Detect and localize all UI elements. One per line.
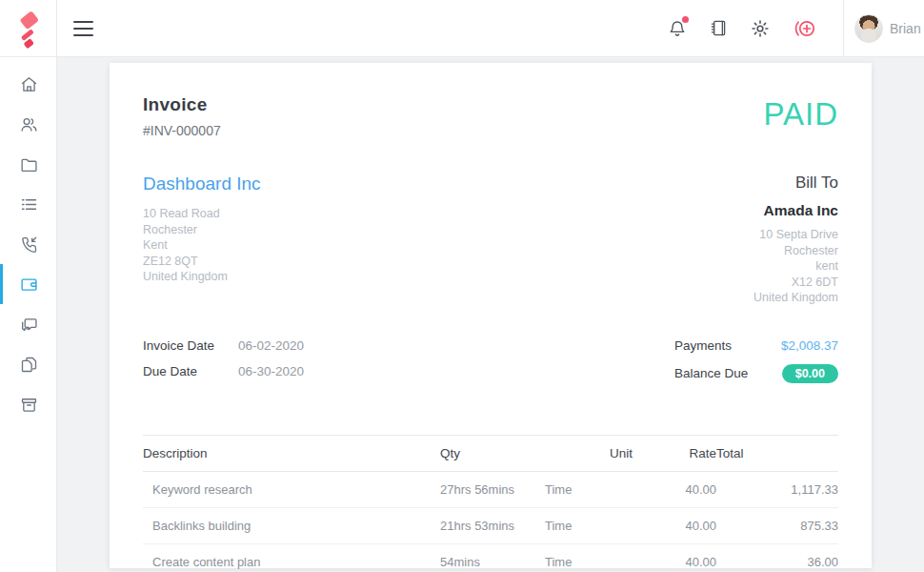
balance-due-label: Balance Due (674, 366, 748, 380)
notifications-bell-icon[interactable] (665, 16, 690, 41)
notification-dot (682, 16, 689, 23)
table-header-row: DescriptionQtyUnitRateTotal (143, 436, 838, 472)
totals-block: Payments $2,008.37 Balance Due $0.00 (674, 338, 838, 396)
contacts-book-icon[interactable] (707, 16, 731, 40)
wallet-icon (19, 275, 39, 295)
payments-value: $2,008.37 (781, 338, 838, 353)
contacts-icon (19, 114, 39, 134)
sidebar-nav (0, 57, 57, 572)
brand-logo-icon (8, 8, 48, 48)
cell-total: 36.00 (716, 544, 838, 572)
user-profile[interactable]: Brian (843, 0, 924, 57)
table-row: Backlinks building 21hrs 53mins Time 40.… (143, 508, 838, 544)
table-row: Create content plan 54mins Time 40.00 36… (143, 544, 838, 572)
chat-icon (19, 315, 39, 335)
invoice-title: Invoice (143, 94, 221, 115)
dates-block: Invoice Date 06-02-2020 Due Date 06-30-2… (143, 338, 304, 396)
home-icon (19, 74, 39, 94)
sidebar-item-documents[interactable] (0, 344, 57, 384)
bill-to-address: 10 Septa DriveRochesterkentX12 6DTUnited… (753, 227, 838, 306)
phone-incoming-icon (19, 235, 39, 255)
cell-qty: 21hrs 53mins (440, 508, 545, 544)
due-date-label: Due Date (143, 364, 238, 378)
settings-gear-icon[interactable] (748, 16, 773, 41)
user-avatar (854, 14, 883, 43)
cell-unit: Time (545, 472, 633, 508)
address-line: X12 6DT (753, 275, 838, 291)
bill-to-block: Bill To Amada Inc 10 Septa DriveRocheste… (753, 174, 838, 306)
table-row: Keyword research 27hrs 56mins Time 40.00… (143, 472, 838, 508)
sidebar-item-invoices[interactable] (0, 264, 57, 304)
address-line: ZE12 8QT (143, 254, 261, 270)
cell-description: Create content plan (143, 544, 440, 572)
sender-company-link[interactable]: Dashboard Inc (143, 174, 261, 194)
sidebar-item-projects[interactable] (0, 144, 57, 184)
cell-qty: 54mins (440, 544, 545, 572)
address-line: 10 Septa Drive (753, 227, 838, 243)
topbar-actions (665, 15, 820, 42)
payments-label: Payments (674, 338, 732, 353)
quick-add-icon[interactable] (790, 15, 820, 42)
address-line: Kent (143, 237, 261, 254)
sidebar-item-calls[interactable] (0, 224, 57, 264)
user-name: Brian (890, 21, 921, 36)
documents-icon (19, 355, 39, 375)
sender-block: Dashboard Inc 10 Read RoadRochesterKentZ… (143, 174, 261, 306)
menu-hamburger-icon[interactable] (73, 21, 94, 36)
main-content: Invoice #INV-000007 PAID Dashboard Inc 1… (57, 57, 924, 572)
list-icon (19, 194, 39, 214)
address-line: Rochester (753, 243, 838, 259)
cell-rate: 40.00 (633, 544, 716, 572)
column-header: Qty (440, 436, 545, 472)
address-line: 10 Read Road (143, 206, 261, 222)
cell-total: 875.33 (716, 508, 838, 544)
cell-unit: Time (545, 544, 633, 572)
sidebar-item-contacts[interactable] (0, 104, 57, 144)
line-items-table: DescriptionQtyUnitRateTotal Keyword rese… (143, 435, 838, 572)
sidebar-item-messages[interactable] (0, 304, 57, 344)
address-line: Rochester (143, 222, 261, 238)
bill-to-company: Amada Inc (753, 202, 838, 219)
invoice-card: Invoice #INV-000007 PAID Dashboard Inc 1… (110, 63, 872, 568)
cell-rate: 40.00 (633, 508, 716, 544)
cell-total: 1,117.33 (716, 472, 838, 508)
invoice-date-label: Invoice Date (143, 338, 238, 353)
sidebar-item-archive[interactable] (0, 384, 57, 424)
invoice-number: #INV-000007 (143, 123, 221, 138)
cell-description: Backlinks building (143, 508, 440, 544)
cell-unit: Time (545, 508, 633, 544)
due-date-value: 06-30-2020 (238, 364, 304, 378)
invoice-status-stamp: PAID (763, 96, 838, 133)
sidebar-item-tasks[interactable] (0, 184, 57, 224)
cell-description: Keyword research (143, 472, 440, 508)
address-line: United Kingdom (753, 290, 838, 306)
sidebar-item-home[interactable] (0, 64, 57, 104)
cell-qty: 27hrs 56mins (440, 472, 545, 508)
top-bar: Brian (0, 0, 924, 57)
address-line: United Kingdom (143, 269, 261, 285)
bill-to-label: Bill To (753, 174, 838, 193)
archive-icon (19, 395, 39, 415)
sender-address: 10 Read RoadRochesterKentZE12 8QTUnited … (143, 206, 261, 285)
column-header: Rate (633, 436, 716, 472)
address-line: kent (753, 258, 838, 275)
balance-due-badge: $0.00 (782, 364, 838, 384)
invoice-date-value: 06-02-2020 (238, 338, 304, 353)
app-logo[interactable] (0, 0, 57, 57)
table-body: Keyword research 27hrs 56mins Time 40.00… (143, 472, 838, 572)
column-header: Unit (545, 436, 633, 472)
cell-rate: 40.00 (633, 472, 716, 508)
folder-icon (19, 154, 39, 174)
column-header: Description (143, 436, 440, 472)
column-header: Total (716, 436, 838, 472)
